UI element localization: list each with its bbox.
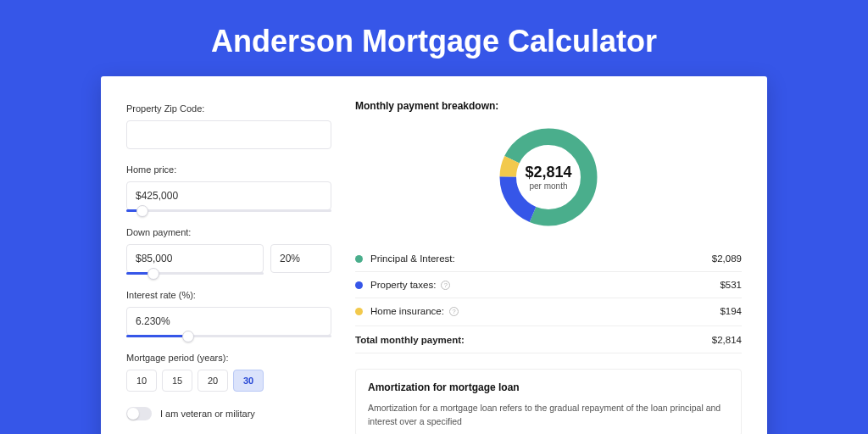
info-icon[interactable]: ? (441, 281, 450, 290)
down-label: Down payment: (126, 227, 331, 237)
zip-label: Property Zip Code: (126, 103, 331, 114)
rate-slider-fill (126, 335, 188, 337)
down-field-group: Down payment: (126, 227, 331, 275)
rate-label: Interest rate (%): (126, 290, 331, 300)
veteran-toggle-knob (127, 408, 139, 420)
donut-chart-wrap: $2,814 per month (355, 124, 742, 231)
donut-sub: per month (529, 181, 567, 191)
zip-input[interactable] (126, 120, 331, 149)
breakdown-row-insurance: Home insurance:?$194 (355, 298, 742, 324)
rate-field-group: Interest rate (%): (126, 290, 331, 337)
down-percent-input[interactable] (270, 244, 331, 273)
veteran-toggle[interactable] (126, 407, 152, 420)
price-slider-thumb[interactable] (136, 205, 148, 217)
results-column: Monthly payment breakdown: $2,814 per mo… (355, 100, 742, 434)
breakdown-label-insurance: Home insurance:? (370, 306, 720, 316)
period-buttons: 10152030 (126, 370, 331, 392)
breakdown-row-taxes: Property taxes:?$531 (355, 272, 742, 298)
page-title: Anderson Mortgage Calculator (0, 0, 868, 76)
price-field-group: Home price: (126, 164, 331, 212)
donut-amount: $2,814 (525, 164, 571, 181)
breakdown-value-principal: $2,089 (712, 253, 742, 264)
breakdown-row-principal: Principal & Interest:$2,089 (355, 246, 742, 272)
legend-dot-principal (355, 255, 363, 263)
amortization-text: Amortization for a mortgage loan refers … (368, 402, 729, 429)
veteran-toggle-row: I am veteran or military (126, 407, 331, 420)
breakdown-label-taxes: Property taxes:? (370, 280, 720, 290)
breakdown-value-taxes: $531 (720, 280, 742, 290)
rate-input[interactable] (126, 307, 331, 336)
veteran-label: I am veteran or military (160, 409, 255, 419)
total-value: $2,814 (712, 335, 742, 345)
amortization-title: Amortization for mortgage loan (368, 381, 729, 393)
period-button-30[interactable]: 30 (233, 370, 264, 392)
price-input[interactable] (126, 181, 331, 210)
donut-center: $2,814 per month (495, 124, 602, 231)
breakdown-value-insurance: $194 (720, 306, 742, 316)
period-button-15[interactable]: 15 (162, 370, 192, 392)
calculator-card: Property Zip Code: Home price: Down paym… (101, 76, 767, 434)
period-label: Mortgage period (years): (126, 353, 331, 363)
breakdown-table: Principal & Interest:$2,089Property taxe… (355, 246, 742, 324)
amortization-box: Amortization for mortgage loan Amortizat… (355, 369, 742, 434)
zip-field-group: Property Zip Code: (126, 103, 331, 149)
breakdown-label-principal: Principal & Interest: (370, 253, 712, 264)
period-button-10[interactable]: 10 (126, 370, 157, 392)
down-slider[interactable] (126, 272, 264, 275)
info-icon[interactable]: ? (449, 307, 459, 316)
down-amount-input[interactable] (126, 244, 264, 273)
period-field-group: Mortgage period (years): 10152030 (126, 353, 331, 392)
period-button-20[interactable]: 20 (198, 370, 228, 392)
total-row: Total monthly payment: $2,814 (355, 326, 742, 353)
rate-slider[interactable] (126, 335, 331, 337)
price-label: Home price: (126, 164, 331, 175)
inputs-column: Property Zip Code: Home price: Down paym… (126, 100, 331, 434)
price-slider[interactable] (126, 209, 331, 212)
breakdown-heading: Monthly payment breakdown: (355, 100, 742, 112)
donut-chart: $2,814 per month (495, 124, 602, 231)
rate-slider-thumb[interactable] (182, 331, 194, 342)
legend-dot-insurance (355, 308, 363, 315)
total-label: Total monthly payment: (355, 335, 712, 345)
legend-dot-taxes (355, 281, 363, 289)
down-slider-thumb[interactable] (147, 268, 159, 280)
